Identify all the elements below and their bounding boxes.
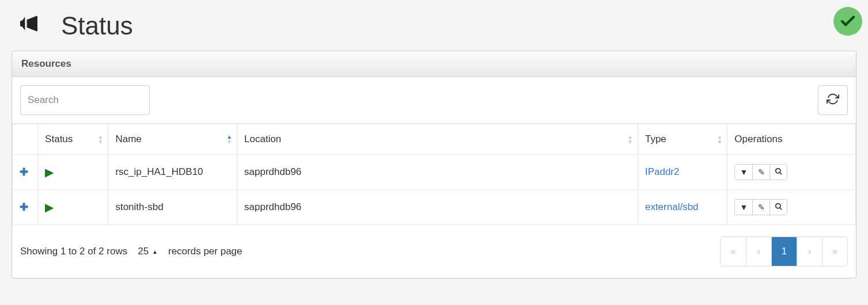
search-icon <box>775 167 783 177</box>
edit-button[interactable]: ✎ <box>752 165 770 180</box>
type-link[interactable]: external/sbd <box>645 201 699 212</box>
table-toolbar <box>12 77 856 124</box>
table-row: ✚ ▶ stonith-sbd sapprdhdb96 external/sbd… <box>13 190 856 225</box>
running-icon: ▶ <box>45 166 54 178</box>
pencil-icon: ✎ <box>758 203 765 212</box>
expand-row-button[interactable]: ✚ <box>20 201 28 213</box>
col-name[interactable]: Name ▲▼ <box>108 124 237 155</box>
operations-group: ▼ ✎ <box>734 164 787 180</box>
table-row: ✚ ▶ rsc_ip_HA1_HDB10 sapprdhdb96 IPaddr2… <box>13 155 856 190</box>
page-prev-button[interactable]: ‹ <box>746 237 771 266</box>
panel-heading: Resources <box>12 51 856 77</box>
cell-location: sapprdhdb96 <box>237 155 638 190</box>
details-button[interactable] <box>770 165 787 180</box>
rows-summary: Showing 1 to 2 of 2 rows <box>20 246 127 257</box>
page-size-value: 25 <box>138 246 149 257</box>
svg-point-2 <box>776 203 780 208</box>
col-operations-label: Operations <box>734 134 782 144</box>
svg-line-1 <box>780 172 782 174</box>
page-size-suffix: records per page <box>168 246 242 257</box>
search-icon <box>775 203 783 212</box>
cluster-status-ok-icon <box>833 7 862 36</box>
type-link[interactable]: IPaddr2 <box>645 166 680 177</box>
page-number-current[interactable]: 1 <box>771 237 797 266</box>
page-title-row: Status <box>12 12 856 40</box>
cell-name: stonith-sbd <box>108 190 237 225</box>
bullhorn-icon <box>17 12 40 40</box>
resources-table: Status ▲▼ Name ▲▼ Location <box>12 124 856 225</box>
edit-button[interactable]: ✎ <box>752 200 770 215</box>
resources-panel: Resources <box>12 51 856 279</box>
refresh-icon <box>827 93 839 108</box>
col-expand <box>13 124 38 155</box>
expand-row-button[interactable]: ✚ <box>20 166 28 178</box>
sort-icon: ▲▼ <box>98 135 104 144</box>
col-operations: Operations <box>727 124 856 155</box>
page-last-button[interactable]: » <box>822 237 847 266</box>
col-type-label: Type <box>645 134 666 144</box>
operations-group: ▼ ✎ <box>734 199 787 215</box>
svg-line-3 <box>780 207 782 209</box>
col-location[interactable]: Location ▲▼ <box>237 124 638 155</box>
col-status[interactable]: Status ▲▼ <box>38 124 108 155</box>
sort-icon: ▲▼ <box>717 135 722 144</box>
chevron-down-icon: ▼ <box>740 167 748 177</box>
table-footer: Showing 1 to 2 of 2 rows 25 ▲ records pe… <box>12 225 856 278</box>
page-title: Status <box>61 12 133 40</box>
svg-point-0 <box>776 168 780 173</box>
col-location-label: Location <box>244 134 281 144</box>
col-status-label: Status <box>45 134 73 144</box>
caret-up-icon: ▲ <box>152 249 158 255</box>
cell-location: sapprdhdb96 <box>237 190 638 225</box>
details-button[interactable] <box>770 200 787 215</box>
page-size-selector[interactable]: 25 ▲ <box>138 246 158 257</box>
pencil-icon: ✎ <box>758 167 765 177</box>
page-next-button[interactable]: › <box>797 237 822 266</box>
col-type[interactable]: Type ▲▼ <box>638 124 727 155</box>
col-name-label: Name <box>115 134 141 144</box>
page-first-button[interactable]: « <box>721 237 746 266</box>
chevron-down-icon: ▼ <box>740 203 748 212</box>
refresh-button[interactable] <box>818 85 848 115</box>
search-input[interactable] <box>20 85 150 115</box>
running-icon: ▶ <box>45 201 54 214</box>
operations-menu-button[interactable]: ▼ <box>735 200 752 215</box>
operations-menu-button[interactable]: ▼ <box>735 165 752 180</box>
cell-name: rsc_ip_HA1_HDB10 <box>108 155 237 190</box>
paginator: « ‹ 1 › » <box>720 237 848 266</box>
sort-icon: ▲▼ <box>226 135 232 144</box>
sort-icon: ▲▼ <box>627 135 633 144</box>
